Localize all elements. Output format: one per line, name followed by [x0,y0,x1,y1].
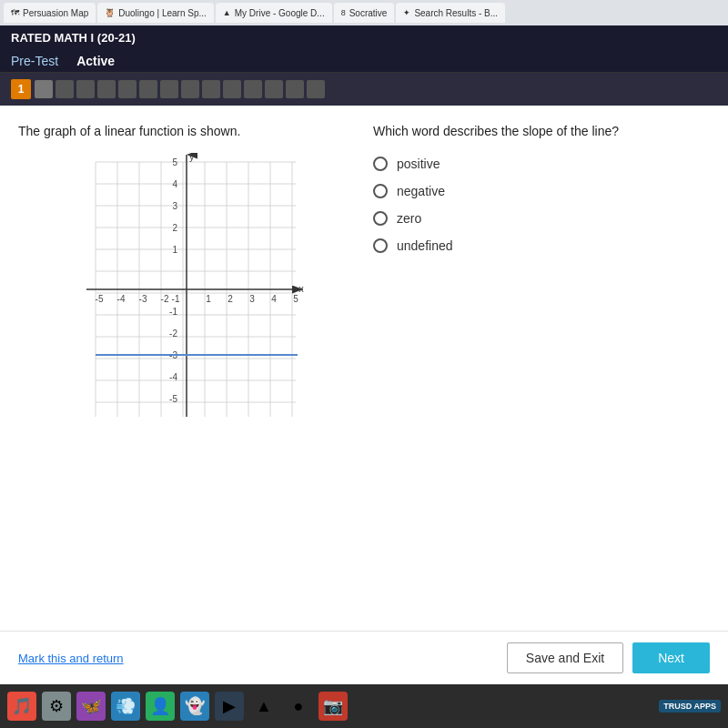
tab-duolingo[interactable]: 🦉 Duolingo | Learn Sp... [97,3,214,23]
svg-text:3: 3 [249,294,255,304]
question-text-left: The graph of a linear function is shown. [18,124,355,138]
svg-text:2: 2 [228,294,233,304]
taskbar-settings-icon[interactable]: ⚙ [42,692,71,721]
question-text-right: Which word describes the slope of the li… [373,124,710,138]
taskbar-camera-icon[interactable]: 📷 [318,692,348,721]
app-title: RATED MATH I (20-21) [11,31,136,45]
tab-icon-drive: ▲ [223,8,231,17]
pretest-link[interactable]: Pre-Test [11,54,58,68]
coordinate-graph: -5 -4 -3 -2 -1 1 2 3 4 5 x 5 4 3 2 1 [68,153,305,426]
dot-4[interactable] [97,80,116,98]
svg-text:4: 4 [172,179,177,189]
left-panel: The graph of a linear function is shown. [18,124,355,622]
dot-14[interactable] [307,80,325,98]
dot-1[interactable] [35,80,53,98]
svg-text:-5: -5 [169,394,177,404]
svg-text:-4: -4 [117,294,126,304]
dot-5[interactable] [118,80,136,98]
sub-header: Pre-Test Active [0,50,728,73]
question-progress-dots [35,80,325,98]
taskbar: 🎵 ⚙ 🦋 💨 👤 👻 ▶ ▲ ● 📷 TRUSD APPS [0,684,728,728]
taskbar-person-icon[interactable]: 👤 [146,692,175,721]
taskbar-butterfly-icon[interactable]: 🦋 [76,692,106,721]
svg-text:5: 5 [293,294,298,304]
option-positive[interactable]: positive [373,157,710,171]
svg-text:-2: -2 [169,329,177,339]
tab-socrative[interactable]: 8 Socrative [334,3,395,23]
radio-positive[interactable] [373,157,388,171]
footer-buttons: Save and Exit Next [507,642,710,673]
radio-zero[interactable] [373,211,388,226]
right-panel: Which word describes the slope of the li… [373,124,710,622]
svg-text:1: 1 [206,294,211,304]
footer: Mark this and return Save and Exit Next [0,631,728,684]
dot-7[interactable] [160,80,178,98]
tab-icon-duolingo: 🦉 [105,8,115,17]
option-zero[interactable]: zero [373,211,710,226]
svg-text:2: 2 [172,223,177,233]
taskbar-corner-apps[interactable]: TRUSD APPS [659,700,721,713]
mark-return-link[interactable]: Mark this and return [18,652,124,665]
radio-negative[interactable] [373,184,388,198]
question-number[interactable]: 1 [11,79,31,99]
option-negative[interactable]: negative [373,184,710,198]
svg-text:y: y [189,153,195,162]
tab-persuasion-map[interactable]: 🗺 Persuasion Map [4,3,96,23]
tab-search-results[interactable]: ✦ Search Results - B... [396,3,505,23]
taskbar-play-icon[interactable]: ▶ [215,692,244,721]
tab-icon-persuasion: 🗺 [11,8,19,17]
svg-text:-1: -1 [169,307,177,317]
next-button[interactable]: Next [632,642,710,673]
taskbar-chrome-icon[interactable]: ● [284,692,313,721]
taskbar-music-icon[interactable]: 🎵 [7,692,36,721]
taskbar-ghost-icon[interactable]: 👻 [180,692,209,721]
svg-text:-4: -4 [169,372,177,382]
radio-undefined[interactable] [373,238,388,253]
browser-tab-bar: 🗺 Persuasion Map 🦉 Duolingo | Learn Sp..… [0,0,728,25]
dot-9[interactable] [202,80,220,98]
svg-text:4: 4 [271,294,277,304]
tab-icon-search: ✦ [403,8,410,17]
dot-3[interactable] [76,80,95,98]
svg-text:1: 1 [172,245,177,255]
dot-13[interactable] [286,80,304,98]
graph-container: -5 -4 -3 -2 -1 1 2 3 4 5 x 5 4 3 2 1 [18,153,355,426]
dot-12[interactable] [265,80,283,98]
taskbar-wind-icon[interactable]: 💨 [111,692,140,721]
svg-text:3: 3 [172,201,177,211]
dot-6[interactable] [139,80,157,98]
save-exit-button[interactable]: Save and Exit [507,642,623,673]
svg-text:-2: -2 [161,294,169,304]
svg-text:-1: -1 [172,294,180,304]
svg-text:-3: -3 [139,294,147,304]
svg-text:x: x [298,283,304,294]
tab-icon-socrative: 8 [341,8,346,17]
dot-8[interactable] [181,80,199,98]
taskbar-drive-icon[interactable]: ▲ [249,692,278,721]
svg-text:-5: -5 [96,294,104,304]
tab-google-drive[interactable]: ▲ My Drive - Google D... [216,3,332,23]
answer-options: positive negative zero undefined [373,157,710,253]
option-undefined[interactable]: undefined [373,238,710,253]
main-content: The graph of a linear function is shown. [0,106,728,631]
active-status: Active [76,54,115,68]
question-bar: 1 [0,73,728,106]
question-area: The graph of a linear function is shown. [18,124,710,622]
dot-2[interactable] [56,80,74,98]
dot-10[interactable] [223,80,241,98]
svg-text:5: 5 [172,157,177,167]
dot-11[interactable] [244,80,262,98]
app-header: RATED MATH I (20-21) [0,25,728,50]
